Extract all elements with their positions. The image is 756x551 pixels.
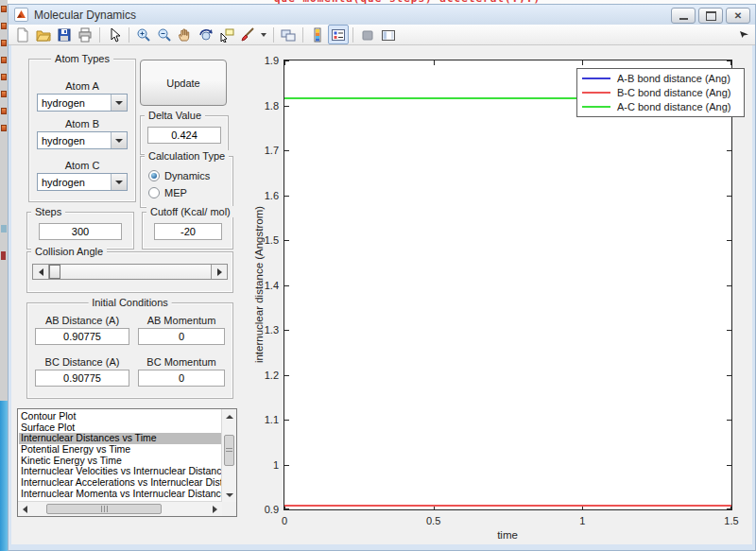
cutoff-group: Cutoff (Kcal/ mol) -20 bbox=[142, 212, 233, 250]
y-tick-label: 1.9 bbox=[247, 55, 279, 66]
titlebar[interactable]: Molecular Dynamics ✕ bbox=[9, 5, 755, 25]
legend-label: A-C bond distance (Ang) bbox=[617, 101, 730, 112]
atom-types-group: Atom Types Atom AhydrogenAtom BhydrogenA… bbox=[28, 59, 136, 202]
pan-button[interactable] bbox=[175, 25, 196, 44]
chevron-down-icon[interactable] bbox=[111, 95, 127, 111]
slider-right-arrow[interactable] bbox=[211, 265, 227, 279]
x-tick-label: 0 bbox=[266, 515, 303, 526]
y-tick-label: 1.1 bbox=[247, 414, 279, 425]
zoom-out-icon bbox=[157, 27, 172, 43]
chevron-down-icon[interactable] bbox=[111, 132, 127, 148]
atom-a-dropdown[interactable]: hydrogen bbox=[37, 94, 128, 112]
hide-plot-tools-button[interactable] bbox=[357, 25, 378, 44]
y-tick-label: 1.6 bbox=[247, 190, 279, 201]
legend-button[interactable] bbox=[328, 25, 349, 44]
chevron-down-icon[interactable] bbox=[111, 174, 127, 190]
collision-angle-legend: Collision Angle bbox=[31, 246, 107, 257]
figure-canvas: Atom Types Atom AhydrogenAtom BhydrogenA… bbox=[11, 45, 752, 544]
ab-momentum-field[interactable]: 0 bbox=[138, 328, 225, 345]
x-tick-mark bbox=[284, 60, 285, 65]
ab-distance-a-label: AB Distance (A) bbox=[35, 315, 129, 326]
mouse-cursor-icon bbox=[739, 28, 749, 39]
plot-type-listbox: Contour PlotSurface PlotInternuclear Dis… bbox=[17, 408, 237, 517]
atom-b-value: hydrogen bbox=[42, 133, 85, 148]
y-tick-mark bbox=[727, 420, 731, 421]
list-item[interactable]: Surface Plot bbox=[19, 422, 221, 434]
y-tick-mark bbox=[727, 196, 731, 197]
show-plot-tools-button[interactable] bbox=[378, 25, 399, 44]
open-folder-icon bbox=[36, 27, 51, 43]
brush-dropdown-button[interactable] bbox=[258, 25, 269, 44]
slider-left-arrow[interactable] bbox=[33, 265, 49, 279]
bc-momentum-field[interactable]: 0 bbox=[138, 370, 225, 387]
background-window-sliver bbox=[0, 0, 8, 551]
pointer-tool-button[interactable] bbox=[104, 25, 125, 44]
toolbar-separator bbox=[129, 27, 129, 43]
link-plot-button[interactable] bbox=[278, 25, 299, 44]
list-item[interactable]: Internuclear Momenta vs Internuclear Dis… bbox=[19, 489, 221, 500]
maximize-button[interactable] bbox=[698, 8, 723, 24]
atom-c-dropdown[interactable]: hydrogen bbox=[37, 173, 128, 191]
steps-legend: Steps bbox=[31, 206, 65, 217]
y-tick-mark bbox=[727, 150, 731, 151]
horizontal-scroll-thumb[interactable] bbox=[46, 504, 162, 514]
colorbar-button[interactable] bbox=[307, 25, 328, 44]
scroll-down-button[interactable] bbox=[222, 488, 236, 502]
open-button[interactable] bbox=[33, 25, 54, 44]
y-tick-mark bbox=[727, 330, 731, 331]
list-item[interactable]: Internuclear Velocities vs Internuclear … bbox=[19, 466, 221, 477]
y-tick-mark bbox=[284, 106, 289, 107]
legend-entry: A-C bond distance (Ang) bbox=[582, 100, 739, 113]
listbox-horizontal-scrollbar[interactable] bbox=[18, 501, 222, 516]
y-tick-label: 1.8 bbox=[247, 100, 279, 112]
list-item[interactable]: Internuclear Accelerations vs Internucle… bbox=[19, 477, 221, 489]
matlab-app-icon bbox=[14, 8, 28, 22]
listbox-vertical-scrollbar[interactable] bbox=[221, 409, 236, 502]
minimize-icon bbox=[679, 18, 688, 20]
insert-legend-icon bbox=[331, 27, 346, 43]
scroll-up-button[interactable] bbox=[222, 409, 236, 423]
scroll-right-button[interactable] bbox=[208, 502, 222, 516]
plot-legend: A-B bond distance (Ang)B-C bond distance… bbox=[576, 68, 745, 117]
cutoff-field[interactable]: -20 bbox=[154, 223, 222, 240]
radio-dynamics[interactable]: Dynamics bbox=[148, 169, 210, 182]
arrow-down-icon bbox=[226, 493, 233, 497]
slider-thumb[interactable] bbox=[49, 265, 60, 279]
figure-toolbar bbox=[9, 25, 755, 45]
insert-colorbar-icon bbox=[310, 27, 325, 43]
minimize-button[interactable] bbox=[671, 8, 696, 24]
data-cursor-button[interactable] bbox=[216, 25, 237, 44]
screen: que_momenta(que_steps) accelerat(:,:) Mo… bbox=[0, 0, 756, 551]
calculation-type-legend: Calculation Type bbox=[145, 150, 229, 162]
collision-angle-slider[interactable] bbox=[32, 264, 228, 280]
list-item[interactable]: Internuclear Distances vs Time bbox=[19, 433, 221, 444]
print-icon bbox=[77, 27, 93, 43]
update-button[interactable]: Update bbox=[140, 60, 227, 106]
print-button[interactable] bbox=[75, 25, 95, 44]
rotate-3d-button[interactable] bbox=[196, 25, 216, 44]
atom-b-dropdown[interactable]: hydrogen bbox=[37, 131, 128, 149]
legend-line-sample bbox=[582, 77, 610, 79]
list-item[interactable]: Kinetic Energy vs Time bbox=[19, 456, 221, 467]
list-item[interactable]: Contour Plot bbox=[19, 411, 221, 422]
chevron-down-icon bbox=[261, 33, 266, 37]
zoom-out-button[interactable] bbox=[154, 25, 175, 44]
initial-conditions-group: Initial Conditions AB Distance (A)0.9077… bbox=[26, 302, 233, 399]
vertical-scroll-thumb[interactable] bbox=[224, 435, 234, 466]
zoom-in-button[interactable] bbox=[133, 25, 154, 44]
scroll-left-button[interactable] bbox=[18, 502, 32, 516]
save-button[interactable] bbox=[54, 25, 75, 44]
new-document-button[interactable] bbox=[12, 25, 33, 44]
ab-distance-a-field[interactable]: 0.90775 bbox=[35, 328, 129, 345]
legend-line-sample bbox=[582, 92, 610, 94]
steps-field[interactable]: 300 bbox=[39, 223, 122, 240]
bc-distance-a-field[interactable]: 0.90775 bbox=[35, 370, 129, 387]
list-item[interactable]: Potential Energy vs Time bbox=[19, 444, 221, 456]
brush-button[interactable] bbox=[237, 25, 258, 44]
arrow-left-icon bbox=[23, 506, 27, 513]
radio-mep[interactable]: MEP bbox=[148, 186, 187, 199]
toolbar-separator bbox=[273, 27, 274, 43]
delta-value-legend: Delta Value bbox=[145, 110, 205, 121]
delta-value-field[interactable]: 0.424 bbox=[147, 127, 221, 144]
close-button[interactable]: ✕ bbox=[726, 8, 750, 24]
